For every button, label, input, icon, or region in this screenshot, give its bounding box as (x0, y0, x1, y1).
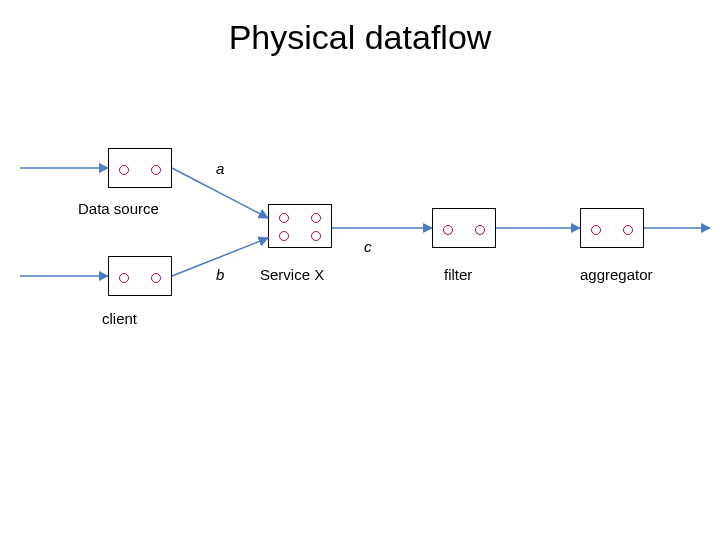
box-filter (432, 208, 496, 248)
edge-label-c: c (364, 238, 372, 255)
box-service-x (268, 204, 332, 248)
port-icon (311, 231, 321, 241)
port-icon (443, 225, 453, 235)
edge-label-a: a (216, 160, 224, 177)
label-filter: filter (444, 266, 472, 283)
port-icon (119, 273, 129, 283)
port-icon (475, 225, 485, 235)
port-icon (151, 273, 161, 283)
port-icon (623, 225, 633, 235)
port-icon (151, 165, 161, 175)
box-aggregator (580, 208, 644, 248)
port-icon (279, 231, 289, 241)
diagram-title: Physical dataflow (0, 18, 720, 57)
box-client (108, 256, 172, 296)
port-icon (311, 213, 321, 223)
box-data-source (108, 148, 172, 188)
port-icon (279, 213, 289, 223)
label-service-x: Service X (260, 266, 324, 283)
port-icon (591, 225, 601, 235)
label-aggregator: aggregator (580, 266, 653, 283)
label-data-source: Data source (78, 200, 159, 217)
port-icon (119, 165, 129, 175)
edge-label-b: b (216, 266, 224, 283)
label-client: client (102, 310, 137, 327)
